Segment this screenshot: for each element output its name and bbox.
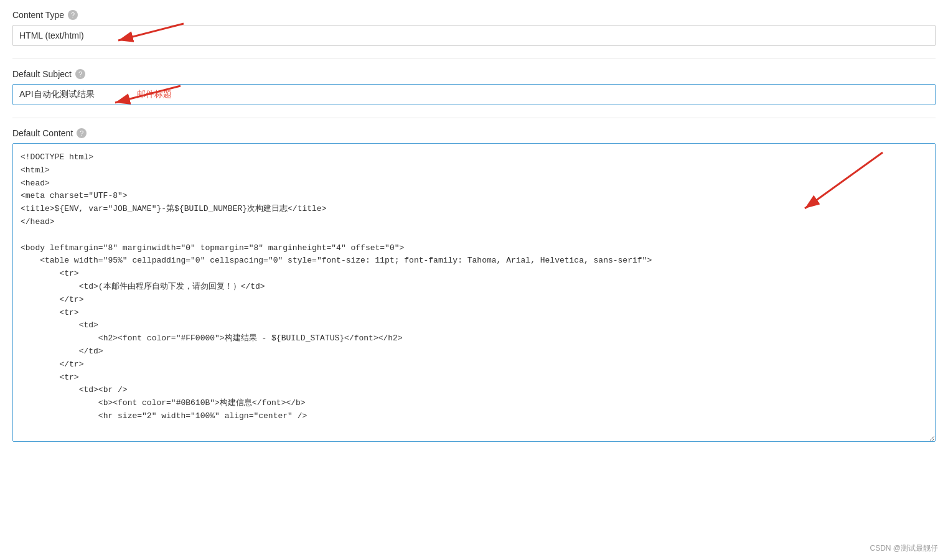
default-subject-help-icon[interactable]: ? xyxy=(75,69,85,79)
default-content-label: Default Content ? xyxy=(12,128,936,138)
content-type-label: Content Type ? xyxy=(12,10,936,20)
divider-2 xyxy=(12,118,936,118)
default-subject-input[interactable] xyxy=(12,84,936,105)
divider-1 xyxy=(12,58,936,59)
default-content-textarea[interactable]: <!DOCTYPE html> <html> <head> <meta char… xyxy=(12,143,936,442)
content-type-help-icon[interactable]: ? xyxy=(68,10,78,20)
content-type-input-wrapper xyxy=(12,25,936,46)
default-subject-text: Default Subject xyxy=(12,69,72,79)
content-type-input[interactable] xyxy=(12,25,936,46)
content-type-text: Content Type xyxy=(12,10,64,20)
watermark: CSDN @测试最靓仔 xyxy=(870,543,938,554)
content-textarea-wrapper: <!DOCTYPE html> <html> <head> <meta char… xyxy=(12,143,936,444)
default-content-help-icon[interactable]: ? xyxy=(77,128,87,138)
content-type-section: Content Type ? xyxy=(12,10,936,46)
default-content-text: Default Content xyxy=(12,128,73,138)
default-content-section: Default Content ? <!DOCTYPE html> <html>… xyxy=(12,128,936,444)
default-subject-section: Default Subject ? 邮件标题 xyxy=(12,69,936,105)
default-subject-label: Default Subject ? xyxy=(12,69,936,79)
subject-input-wrapper: 邮件标题 xyxy=(12,84,936,105)
